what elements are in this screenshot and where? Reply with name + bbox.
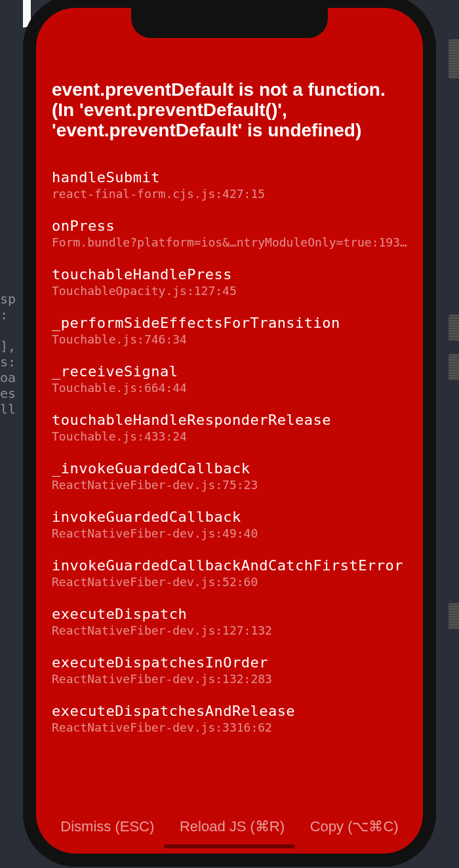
stack-frame-function: _receiveSignal — [52, 363, 407, 380]
stack-frame[interactable]: _receiveSignalTouchable.js:664:44 — [52, 363, 407, 395]
copy-button[interactable]: Copy (⌥⌘C) — [310, 818, 399, 835]
stack-frame[interactable]: _performSideEffectsForTransitionTouchabl… — [52, 315, 407, 346]
stack-frame-function: _performSideEffectsForTransition — [52, 315, 407, 331]
stack-frame[interactable]: touchableHandleResponderReleaseTouchable… — [52, 412, 407, 443]
simulator-device-frame: event.preventDefault is not a function. … — [23, 0, 436, 867]
editor-code-gutter: sp : ], s: oa es ll — [0, 0, 23, 868]
stack-frame-function: executeDispatchesInOrder — [52, 654, 407, 671]
stack-frame-function: invokeGuardedCallback — [52, 509, 407, 525]
stack-frame[interactable]: invokeGuardedCallbackReactNativeFiber-de… — [52, 509, 407, 540]
stack-frame[interactable]: touchableHandlePressTouchableOpacity.js:… — [52, 266, 407, 298]
simulator-screen: event.preventDefault is not a function. … — [36, 8, 423, 854]
stack-frame-function: invokeGuardedCallbackAndCatchFirstError — [52, 557, 407, 574]
stack-frame-function: onPress — [52, 218, 407, 234]
stack-frame[interactable]: executeDispatchReactNativeFiber-dev.js:1… — [52, 606, 407, 637]
stack-frame-function: executeDispatchesAndRelease — [52, 703, 407, 719]
stack-frame-location: Touchable.js:664:44 — [52, 381, 407, 395]
editor-minimap — [441, 0, 459, 868]
stack-frame-function: executeDispatch — [52, 606, 407, 622]
stack-frame-location: ReactNativeFiber-dev.js:49:40 — [52, 526, 407, 540]
stack-frame-location: ReactNativeFiber-dev.js:52:60 — [52, 575, 407, 589]
redbox-action-bar: Dismiss (ESC) Reload JS (⌘R) Copy (⌥⌘C) — [36, 818, 423, 835]
stack-frame-location: TouchableOpacity.js:127:45 — [52, 284, 407, 298]
device-notch — [131, 8, 328, 38]
stack-frame-function: handleSubmit — [52, 169, 407, 186]
redbox-error-screen[interactable]: event.preventDefault is not a function. … — [36, 8, 423, 854]
stack-frame-location: ReactNativeFiber-dev.js:132:283 — [52, 672, 407, 686]
stack-frame[interactable]: _invokeGuardedCallbackReactNativeFiber-d… — [52, 460, 407, 492]
reload-button[interactable]: Reload JS (⌘R) — [180, 818, 285, 835]
stack-frame[interactable]: executeDispatchesAndReleaseReactNativeFi… — [52, 703, 407, 734]
stack-frame-function: touchableHandleResponderRelease — [52, 412, 407, 428]
stack-frame-location: Touchable.js:433:24 — [52, 429, 407, 443]
stack-frame[interactable]: onPressForm.bundle?platform=ios&…ntryMod… — [52, 218, 407, 249]
home-indicator[interactable] — [164, 844, 295, 848]
stack-frame-function: touchableHandlePress — [52, 266, 407, 283]
error-message: event.preventDefault is not a function. … — [52, 80, 407, 140]
stack-frame-location: ReactNativeFiber-dev.js:3316:62 — [52, 720, 407, 734]
stack-frame[interactable]: invokeGuardedCallbackAndCatchFirstErrorR… — [52, 557, 407, 589]
stack-frame-location: ReactNativeFiber-dev.js:75:23 — [52, 478, 407, 492]
stack-trace[interactable]: handleSubmitreact-final-form.cjs.js:427:… — [52, 169, 407, 734]
dismiss-button[interactable]: Dismiss (ESC) — [60, 818, 154, 835]
stack-frame[interactable]: handleSubmitreact-final-form.cjs.js:427:… — [52, 169, 407, 201]
stack-frame-location: react-final-form.cjs.js:427:15 — [52, 187, 407, 201]
stack-frame-location: Form.bundle?platform=ios&…ntryModuleOnly… — [52, 235, 407, 249]
stack-frame[interactable]: executeDispatchesInOrderReactNativeFiber… — [52, 654, 407, 686]
stack-frame-location: Touchable.js:746:34 — [52, 332, 407, 346]
stack-frame-location: ReactNativeFiber-dev.js:127:132 — [52, 623, 407, 637]
stack-frame-function: _invokeGuardedCallback — [52, 460, 407, 477]
